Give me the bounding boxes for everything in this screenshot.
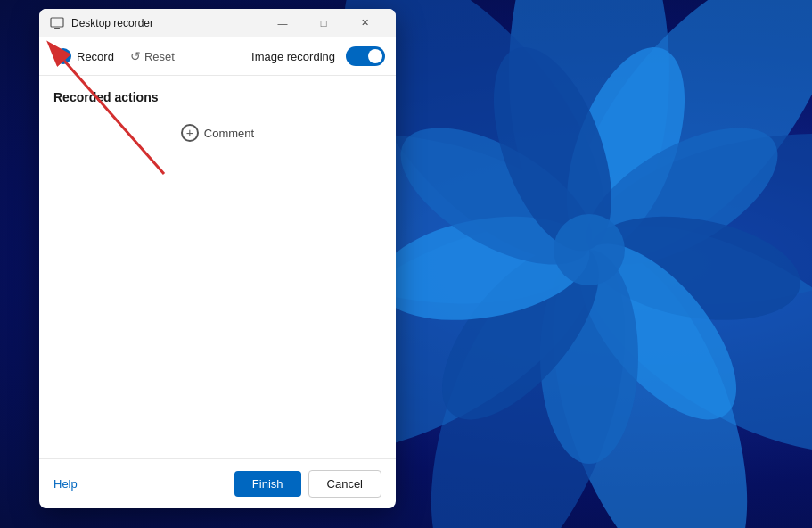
app-icon: [50, 16, 64, 30]
svg-point-18: [554, 214, 625, 285]
add-comment-icon: +: [181, 124, 199, 142]
comment-label: Comment: [204, 127, 254, 140]
window-title: Desktop recorder: [71, 17, 262, 29]
help-link[interactable]: Help: [53, 477, 78, 491]
content-area: Recorded actions + Comment: [39, 76, 396, 458]
svg-rect-21: [53, 29, 62, 29]
titlebar: Desktop recorder — □ ✕: [39, 9, 396, 37]
reset-icon: ↺: [130, 49, 141, 63]
maximize-button[interactable]: □: [303, 9, 344, 37]
image-recording-toggle[interactable]: [346, 46, 385, 66]
section-title: Recorded actions: [53, 90, 381, 104]
finish-button[interactable]: Finish: [234, 471, 301, 497]
bloom-wallpaper: [331, 0, 812, 528]
desktop-recorder-window: Desktop recorder — □ ✕ Record ↺ Reset Im…: [39, 9, 396, 508]
toggle-knob: [368, 49, 382, 63]
svg-rect-19: [51, 18, 63, 27]
titlebar-controls: — □ ✕: [262, 9, 385, 37]
image-recording-label: Image recording: [251, 50, 335, 63]
footer: Help Finish Cancel: [39, 458, 396, 508]
reset-button[interactable]: ↺ Reset: [123, 45, 182, 67]
toolbar: Record ↺ Reset Image recording: [39, 37, 396, 76]
record-label: Record: [77, 50, 114, 63]
cancel-button[interactable]: Cancel: [308, 470, 381, 498]
reset-label: Reset: [144, 50, 175, 63]
add-comment-button[interactable]: + Comment: [170, 119, 265, 147]
record-button[interactable]: Record: [50, 45, 119, 68]
minimize-button[interactable]: —: [262, 9, 303, 37]
record-indicator: [55, 48, 71, 64]
close-button[interactable]: ✕: [344, 9, 385, 37]
